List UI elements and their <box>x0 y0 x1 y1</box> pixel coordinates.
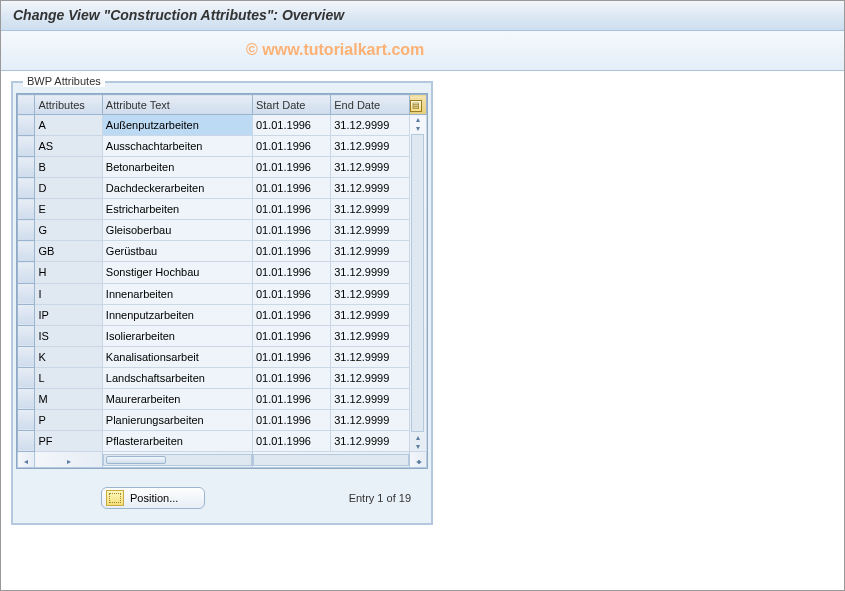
cell-attribute-text[interactable]: Betonarbeiten <box>102 157 252 178</box>
cell-attribute-text[interactable]: Sonstiger Hochbau <box>102 262 252 283</box>
h-scroll-thumb[interactable] <box>106 456 166 464</box>
cell-end-date[interactable]: 31.12.9999 <box>331 430 409 451</box>
cell-end-date[interactable]: 31.12.9999 <box>331 325 409 346</box>
cell-start-date[interactable]: 01.01.1996 <box>252 388 330 409</box>
cell-attribute-text[interactable]: Gleisoberbau <box>102 220 252 241</box>
select-all-header[interactable] <box>18 95 35 115</box>
cell-end-date[interactable]: 31.12.9999 <box>331 157 409 178</box>
cell-start-date[interactable]: 01.01.1996 <box>252 346 330 367</box>
cell-start-date[interactable]: 01.01.1996 <box>252 325 330 346</box>
scroll-down-icon[interactable]: ▾ <box>416 124 420 133</box>
table-settings-button[interactable]: ▤ <box>409 95 426 115</box>
cell-end-date[interactable]: 31.12.9999 <box>331 346 409 367</box>
cell-attribute[interactable]: I <box>35 283 102 304</box>
cell-attribute[interactable]: PF <box>35 430 102 451</box>
h-scroll-track-right[interactable] <box>252 452 409 468</box>
cell-attribute[interactable]: A <box>35 115 102 136</box>
row-selector[interactable] <box>18 325 35 346</box>
cell-start-date[interactable]: 01.01.1996 <box>252 115 330 136</box>
table-row: EEstricharbeiten01.01.199631.12.9999 <box>18 199 427 220</box>
row-selector[interactable] <box>18 346 35 367</box>
cell-end-date[interactable]: 31.12.9999 <box>331 283 409 304</box>
cell-attribute-text[interactable]: Pflasterarbeiten <box>102 430 252 451</box>
cell-attribute-text[interactable]: Ausschachtarbeiten <box>102 136 252 157</box>
cell-start-date[interactable]: 01.01.1996 <box>252 283 330 304</box>
position-button[interactable]: Position... <box>101 487 205 509</box>
scroll-down-icon[interactable]: ▾ <box>416 442 420 451</box>
cell-end-date[interactable]: 31.12.9999 <box>331 388 409 409</box>
cell-start-date[interactable]: 01.01.1996 <box>252 178 330 199</box>
cell-attribute[interactable]: G <box>35 220 102 241</box>
cell-start-date[interactable]: 01.01.1996 <box>252 136 330 157</box>
row-selector[interactable] <box>18 262 35 283</box>
row-selector[interactable] <box>18 136 35 157</box>
cell-start-date[interactable]: 01.01.1996 <box>252 367 330 388</box>
cell-attribute[interactable]: H <box>35 262 102 283</box>
cell-end-date[interactable]: 31.12.9999 <box>331 115 409 136</box>
cell-attribute-text[interactable]: Dachdeckerarbeiten <box>102 178 252 199</box>
cell-end-date[interactable]: 31.12.9999 <box>331 199 409 220</box>
h-scroll-left[interactable]: ▸ <box>35 452 102 468</box>
row-selector[interactable] <box>18 220 35 241</box>
cell-attribute[interactable]: M <box>35 388 102 409</box>
h-scroll-right[interactable]: ◂▸ <box>409 452 426 468</box>
cell-start-date[interactable]: 01.01.1996 <box>252 157 330 178</box>
h-scroll-track-left[interactable] <box>102 452 252 468</box>
cell-start-date[interactable]: 01.01.1996 <box>252 199 330 220</box>
row-selector[interactable] <box>18 409 35 430</box>
cell-end-date[interactable]: 31.12.9999 <box>331 409 409 430</box>
col-header-start[interactable]: Start Date <box>252 95 330 115</box>
cell-end-date[interactable]: 31.12.9999 <box>331 262 409 283</box>
cell-start-date[interactable]: 01.01.1996 <box>252 304 330 325</box>
cell-end-date[interactable]: 31.12.9999 <box>331 178 409 199</box>
cell-attribute-text[interactable]: Außenputzarbeiten <box>102 115 252 136</box>
row-selector[interactable] <box>18 241 35 262</box>
scroll-up-icon[interactable]: ▴ <box>416 433 420 442</box>
cell-attribute-text[interactable]: Maurerarbeiten <box>102 388 252 409</box>
cell-start-date[interactable]: 01.01.1996 <box>252 409 330 430</box>
cell-attribute[interactable]: B <box>35 157 102 178</box>
row-selector[interactable] <box>18 430 35 451</box>
row-selector[interactable] <box>18 199 35 220</box>
cell-attribute[interactable]: E <box>35 199 102 220</box>
cell-attribute[interactable]: IS <box>35 325 102 346</box>
v-scrollbar[interactable]: ▴▾▴▾ <box>409 115 426 452</box>
cell-end-date[interactable]: 31.12.9999 <box>331 241 409 262</box>
cell-end-date[interactable]: 31.12.9999 <box>331 367 409 388</box>
cell-attribute[interactable]: K <box>35 346 102 367</box>
col-header-text[interactable]: Attribute Text <box>102 95 252 115</box>
row-selector[interactable] <box>18 115 35 136</box>
cell-attribute[interactable]: L <box>35 367 102 388</box>
scroll-up-icon[interactable]: ▴ <box>416 115 420 124</box>
cell-attribute[interactable]: D <box>35 178 102 199</box>
cell-attribute-text[interactable]: Kanalisationsarbeit <box>102 346 252 367</box>
cell-attribute[interactable]: P <box>35 409 102 430</box>
row-selector[interactable] <box>18 283 35 304</box>
col-header-end[interactable]: End Date <box>331 95 409 115</box>
cell-start-date[interactable]: 01.01.1996 <box>252 241 330 262</box>
h-scroll-left-far[interactable]: ◂ <box>18 452 35 468</box>
cell-end-date[interactable]: 31.12.9999 <box>331 304 409 325</box>
cell-attribute-text[interactable]: Innenarbeiten <box>102 283 252 304</box>
cell-attribute[interactable]: AS <box>35 136 102 157</box>
cell-start-date[interactable]: 01.01.1996 <box>252 262 330 283</box>
row-selector[interactable] <box>18 157 35 178</box>
cell-attribute-text[interactable]: Planierungsarbeiten <box>102 409 252 430</box>
cell-attribute-text[interactable]: Gerüstbau <box>102 241 252 262</box>
col-header-attributes[interactable]: Attributes <box>35 95 102 115</box>
cell-attribute-text[interactable]: Innenputzarbeiten <box>102 304 252 325</box>
cell-attribute[interactable]: GB <box>35 241 102 262</box>
cell-start-date[interactable]: 01.01.1996 <box>252 220 330 241</box>
row-selector[interactable] <box>18 304 35 325</box>
cell-attribute[interactable]: IP <box>35 304 102 325</box>
row-selector[interactable] <box>18 178 35 199</box>
cell-end-date[interactable]: 31.12.9999 <box>331 220 409 241</box>
cell-attribute-text[interactable]: Landschaftsarbeiten <box>102 367 252 388</box>
v-scroll-track[interactable] <box>411 134 424 432</box>
cell-start-date[interactable]: 01.01.1996 <box>252 430 330 451</box>
cell-attribute-text[interactable]: Isolierarbeiten <box>102 325 252 346</box>
row-selector[interactable] <box>18 367 35 388</box>
cell-attribute-text[interactable]: Estricharbeiten <box>102 199 252 220</box>
row-selector[interactable] <box>18 388 35 409</box>
cell-end-date[interactable]: 31.12.9999 <box>331 136 409 157</box>
